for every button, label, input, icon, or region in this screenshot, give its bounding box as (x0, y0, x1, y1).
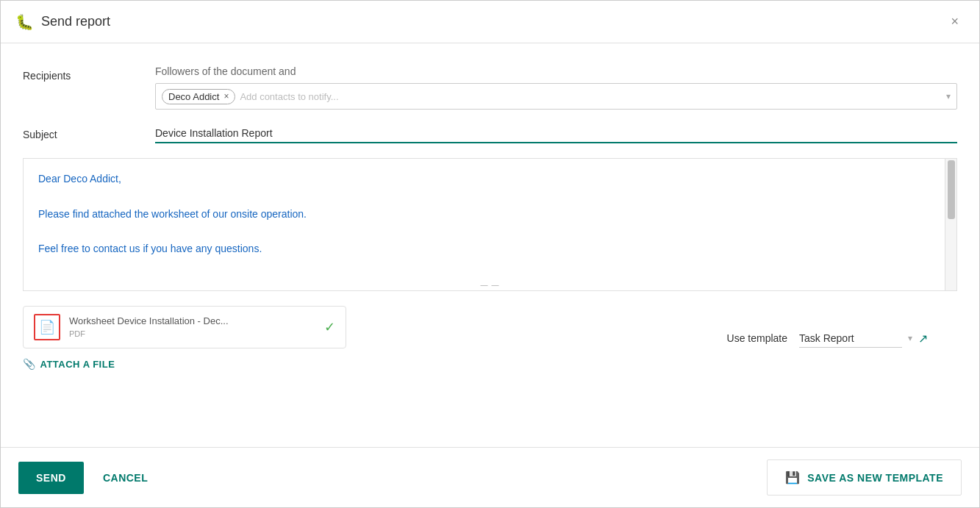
resize-handle[interactable]: — — (24, 279, 956, 290)
recipients-label: Recipients (23, 65, 155, 82)
dialog-footer: SEND CANCEL 💾 SAVE AS NEW TEMPLATE (1, 447, 979, 507)
attach-file-label: ATTACH A FILE (40, 359, 115, 370)
paperclip-icon: 📎 (23, 358, 36, 370)
dialog-title: Send report (41, 14, 945, 29)
save-template-button[interactable]: 💾 SAVE AS NEW TEMPLATE (767, 459, 962, 496)
template-select[interactable]: Task ReportDevice ReportCustom Report (799, 329, 902, 348)
recipients-row: Recipients Followers of the document and… (23, 65, 957, 110)
attachments-template-row: 📄 Worksheet Device Installation - Dec...… (23, 306, 957, 371)
pdf-icon-symbol: 📄 (39, 319, 55, 335)
message-textarea[interactable] (24, 159, 956, 276)
send-button[interactable]: SEND (18, 462, 84, 494)
subject-label: Subject (23, 124, 155, 140)
template-label: Use template (727, 332, 787, 344)
pdf-icon: 📄 (34, 314, 60, 340)
recipients-dropdown-arrow[interactable]: ▾ (946, 91, 951, 101)
recipient-tag: Deco Addict × (162, 89, 235, 104)
tag-remove-button[interactable]: × (223, 91, 229, 101)
bug-icon: 🐛 (15, 13, 34, 31)
message-area-wrapper: — — (23, 158, 957, 291)
attachment-check-icon: ✓ (324, 319, 335, 335)
recipients-prefix: Followers of the document and (155, 65, 957, 77)
template-select-row: Task ReportDevice ReportCustom Report ▾ … (799, 329, 928, 348)
template-section: Use template Task ReportDevice ReportCus… (727, 329, 957, 348)
attachment-info: Worksheet Device Installation - Dec... P… (69, 315, 317, 340)
save-icon: 💾 (785, 471, 801, 484)
subject-control (155, 124, 957, 143)
scrollbar-thumb (948, 160, 955, 219)
dialog-body: Recipients Followers of the document and… (1, 43, 979, 447)
subject-row: Subject (23, 124, 957, 143)
template-dropdown-arrow: ▾ (908, 333, 912, 343)
template-external-link[interactable]: ↗ (918, 332, 928, 346)
save-template-label: SAVE AS NEW TEMPLATE (807, 472, 943, 484)
attachment-type: PDF (69, 329, 85, 338)
close-button[interactable]: × (945, 11, 965, 32)
recipients-control: Followers of the document and Deco Addic… (155, 65, 957, 110)
cancel-button[interactable]: CANCEL (96, 462, 155, 494)
tag-label: Deco Addict (168, 91, 219, 102)
attachment-name: Worksheet Device Installation - Dec... (69, 315, 317, 326)
attachment-item: 📄 Worksheet Device Installation - Dec...… (23, 306, 346, 348)
subject-input[interactable] (155, 124, 957, 143)
attach-file-link[interactable]: 📎 ATTACH A FILE (23, 358, 115, 370)
scrollbar[interactable] (945, 159, 956, 290)
attachments-section: 📄 Worksheet Device Installation - Dec...… (23, 306, 705, 371)
dialog-header: 🐛 Send report × (1, 1, 979, 43)
recipients-input-row[interactable]: Deco Addict × Add contacts to notify... … (155, 83, 957, 110)
recipients-placeholder: Add contacts to notify... (240, 91, 951, 102)
send-report-dialog: 🐛 Send report × Recipients Followers of … (0, 0, 980, 508)
